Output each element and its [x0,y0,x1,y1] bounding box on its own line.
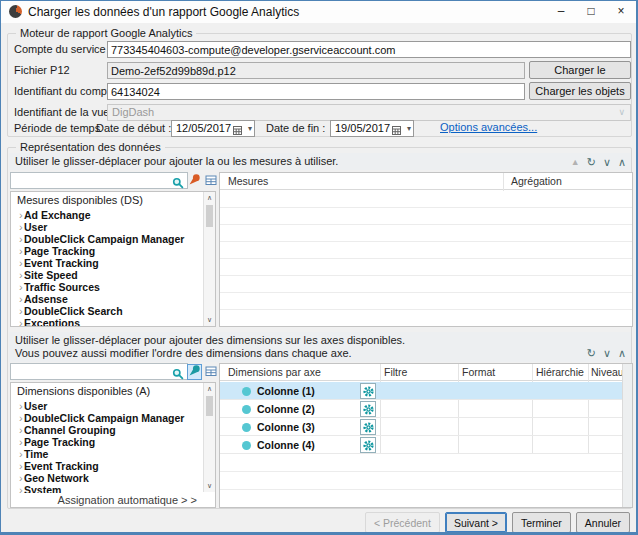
end-date-field[interactable]: 19/05/2017 ▾ [330,120,414,137]
measures-tree-panel: Mesures disponibles (DS) ›Ad Exchange ›U… [10,191,216,327]
tree-item-dcm[interactable]: ›DoubleClick Campaign Manager [11,232,202,244]
tree-item-dcm[interactable]: ›DoubleClick Campaign Manager [11,411,202,423]
dimension-row-colonne-2[interactable]: Colonne (2) [220,400,622,418]
measures-search-input[interactable] [10,172,188,189]
highlight-filter-button[interactable] [187,173,202,189]
tree-item-ad-exchange[interactable]: ›Ad Exchange [11,208,202,220]
view-id-combo[interactable]: DigDash ∨ [107,104,631,121]
previous-button[interactable]: < Précédent [365,512,440,533]
dropdown-arrow-icon[interactable]: ▾ [407,122,411,136]
calendar-icon [233,124,242,139]
grid-view-button[interactable] [203,173,218,189]
tree-item-system[interactable]: ›System [11,483,202,493]
filter-gear-button[interactable] [360,401,376,417]
refresh-icon[interactable]: ↻ [587,346,596,360]
grid-icon [205,363,217,381]
measures-table[interactable]: Mesures Agrégation [219,172,633,327]
tree-item-site-speed[interactable]: ›Site Speed [11,268,202,280]
engine-groupbox: Moteur de rapport Google Analytics Compt… [7,33,632,137]
measures-instruction: Utiliser le glisser-déplacer pour ajoute… [15,155,338,167]
comet-icon [188,363,201,381]
auto-assign-link[interactable]: Assignation automatique > > [58,494,197,506]
dimension-dot-icon [242,423,251,432]
expand-icon[interactable]: ∧ [618,346,626,360]
dimensions-table[interactable]: Dimensions par axe Filtre Format Hiérarc… [219,363,633,508]
chevron-right-icon[interactable]: › [11,317,24,327]
tree-item-adsense[interactable]: ›Adsense [11,292,202,304]
collapse-icon[interactable]: ∨ [603,346,611,360]
collapse-icon[interactable]: ∨ [603,155,611,169]
scrollbar-thumb[interactable] [206,396,213,416]
scroll-down-icon[interactable]: ∨ [204,480,215,492]
dimensions-instruction-line2: Vous pouvez aussi modifier l'ordre des d… [15,347,352,359]
expand-icon[interactable]: ∧ [618,155,626,169]
dimension-row-colonne-4[interactable]: Colonne (4) [220,436,622,454]
representation-group-title: Représentation des données [16,140,165,154]
measures-tree-title: Mesures disponibles (DS) [17,194,143,206]
tree-item-event-tracking[interactable]: ›Event Tracking [11,256,202,268]
load-objects-button[interactable]: Charger les objets [529,82,631,100]
chevron-right-icon[interactable]: › [11,484,24,493]
tree-item-user[interactable]: ›User [11,220,202,232]
finish-button[interactable]: Terminer [512,512,571,533]
tree-item-channel-grouping[interactable]: ›Channel Grouping [11,423,202,435]
measures-tree-scrollbar[interactable]: ∧ ∨ [203,192,215,326]
p12-file-input[interactable] [107,62,525,79]
dimension-row-colonne-3[interactable]: Colonne (3) [220,418,622,436]
maximize-button[interactable]: □ [576,1,606,23]
end-date-value: 19/05/2017 [335,122,390,134]
dimensions-table-header: Dimensions par axe Filtre Format Hiérarc… [220,364,632,381]
tree-item-time[interactable]: ›Time [11,447,202,459]
service-account-input[interactable] [107,41,631,58]
dimensions-tree-panel: Dimensions disponibles (A) ›User ›Double… [10,382,216,508]
account-id-input[interactable] [107,83,525,100]
dimensions-tree-title: Dimensions disponibles (A) [17,385,150,397]
filter-gear-button[interactable] [360,383,376,399]
column-header-dimensions: Dimensions par axe [228,364,321,381]
measures-table-body[interactable] [220,191,632,326]
end-date-label: Date de fin : [266,120,325,137]
load-certificate-button[interactable]: Charger le certificat P12 [529,61,631,79]
dialog-window: Charger les données d'un rapport Google … [0,0,638,535]
highlight-filter-button-active[interactable] [187,364,202,380]
next-button[interactable]: Suivant > [445,512,507,533]
close-button[interactable]: × [606,1,636,23]
scrollbar-thumb[interactable] [206,205,213,227]
grid-icon [205,172,217,190]
view-id-label: Identifiant de la vue [14,104,109,121]
dimension-row-colonne-1[interactable]: Colonne (1) [220,382,622,400]
dimensions-instruction-bar: Utiliser le glisser-déplacer pour ajoute… [9,332,631,362]
dimensions-tree-scrollbar[interactable]: ∧ ∨ [203,383,215,492]
comet-icon [188,172,201,190]
start-date-field[interactable]: 12/05/2017 ▾ [171,120,255,137]
engine-group-title: Moteur de rapport Google Analytics [16,26,196,40]
start-date-value: 12/05/2017 [176,122,231,134]
filter-gear-button[interactable] [360,419,376,435]
cancel-button[interactable]: Annuler [576,512,630,533]
tree-item-page-tracking[interactable]: ›Page Tracking [11,244,202,256]
p12-file-label: Fichier P12 [14,62,70,79]
tree-item-traffic-sources[interactable]: ›Traffic Sources [11,280,202,292]
scroll-up-icon[interactable]: ∧ [204,383,215,395]
tree-item-user[interactable]: ›User [11,399,202,411]
tree-item-event-tracking[interactable]: ›Event Tracking [11,459,202,471]
account-id-label: Identifiant du compte [14,83,116,100]
filter-gear-button[interactable] [360,437,376,453]
tree-item-dc-search[interactable]: ›DoubleClick Search [11,304,202,316]
tree-item-page-tracking[interactable]: ›Page Tracking [11,435,202,447]
minimize-button[interactable]: – [546,1,576,23]
tree-item-exceptions[interactable]: ›Exceptions [11,316,202,327]
dimensions-search-input[interactable] [10,363,188,380]
dimensions-table-scrollbar[interactable] [622,364,632,507]
column-header-hierarchie: Hiérarchie [536,364,584,381]
scroll-up-icon[interactable]: ∧ [204,192,215,204]
column-header-niveau: Niveau [591,364,624,381]
dropdown-arrow-icon[interactable]: ▾ [248,122,252,136]
grid-view-button[interactable] [203,364,218,380]
scroll-down-icon[interactable]: ∨ [204,314,215,326]
dimensions-table-empty-rows[interactable] [220,454,622,507]
tree-item-geo-network[interactable]: ›Geo Network [11,471,202,483]
refresh-icon[interactable]: ↻ [587,155,596,169]
advanced-options-link[interactable]: Options avancées... [440,121,537,133]
dimension-dot-icon [242,441,251,450]
